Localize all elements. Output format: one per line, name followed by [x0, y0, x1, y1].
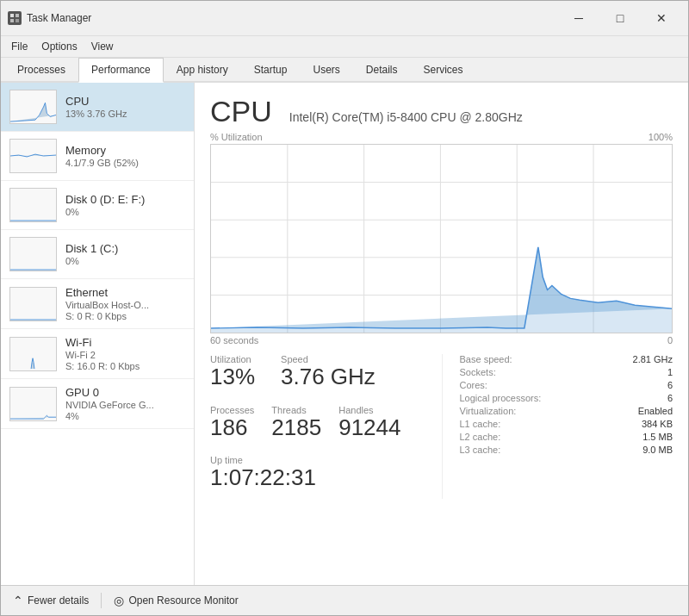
- stats-right: Base speed: 2.81 GHz Sockets: 1 Cores: 6: [442, 354, 673, 499]
- tab-users[interactable]: Users: [300, 58, 352, 83]
- svg-rect-1: [16, 14, 19, 17]
- svg-rect-7: [10, 238, 56, 271]
- bottom-separator: [101, 593, 102, 608]
- maximize-button[interactable]: □: [600, 6, 640, 30]
- menu-options[interactable]: Options: [34, 38, 84, 55]
- open-monitor-label: Open Resource Monitor: [128, 594, 238, 607]
- l2-key: L2 cache:: [460, 432, 572, 442]
- menu-bar: File Options View: [1, 36, 688, 58]
- disk0-info: Disk 0 (D: E: F:) 0%: [65, 193, 185, 217]
- close-button[interactable]: ✕: [642, 6, 681, 30]
- open-monitor-button[interactable]: ◎ Open Resource Monitor: [114, 594, 238, 607]
- title-bar: Task Manager ─ □ ✕: [1, 1, 688, 36]
- sidebar-item-cpu[interactable]: CPU 13% 3.76 GHz: [1, 83, 194, 132]
- ethernet-name: Ethernet: [65, 286, 185, 299]
- processes-value: 186: [210, 415, 254, 440]
- uptime-value: 1:07:22:31: [210, 465, 425, 490]
- title-bar-left: Task Manager: [8, 11, 91, 25]
- cpu-sub: 13% 3.76 GHz: [65, 109, 185, 119]
- sidebar-item-gpu0[interactable]: GPU 0 NVIDIA GeForce G... 4%: [1, 379, 194, 429]
- svg-rect-8: [10, 288, 56, 320]
- l1-key: L1 cache:: [460, 419, 572, 429]
- sidebar-item-memory[interactable]: Memory 4.1/7.9 GB (52%): [1, 132, 194, 181]
- processes-block: Processes 186: [210, 405, 254, 440]
- handles-label: Handles: [338, 405, 400, 415]
- l1-row: L1 cache: 384 KB: [460, 419, 673, 429]
- cores-row: Cores: 6: [460, 380, 673, 390]
- disk0-sub: 0%: [65, 207, 185, 217]
- disk0-thumb: [9, 188, 57, 222]
- threads-label: Threads: [271, 405, 321, 415]
- tab-startup[interactable]: Startup: [241, 58, 301, 83]
- gpu0-info: GPU 0 NVIDIA GeForce G... 4%: [65, 386, 185, 421]
- svg-rect-3: [16, 19, 19, 22]
- l1-val: 384 KB: [642, 419, 673, 429]
- sidebar: CPU 13% 3.76 GHz Memory 4.1/7.9 GB (52%): [1, 83, 195, 585]
- menu-file[interactable]: File: [4, 38, 34, 55]
- tab-services[interactable]: Services: [411, 58, 476, 83]
- minimize-button[interactable]: ─: [559, 6, 599, 30]
- gpu0-sub2: 4%: [65, 411, 185, 421]
- tab-app-history[interactable]: App history: [164, 58, 241, 83]
- chart-label-row: % Utilization 100%: [210, 132, 673, 142]
- cpu-model: Intel(R) Core(TM) i5-8400 CPU @ 2.80GHz: [289, 110, 523, 124]
- wifi-info: Wi-Fi Wi-Fi 2 S: 16.0 R: 0 Kbps: [65, 336, 185, 371]
- base-speed-row: Base speed: 2.81 GHz: [460, 354, 673, 364]
- fewer-details-button[interactable]: ⌃ Fewer details: [13, 594, 89, 607]
- disk0-name: Disk 0 (D: E: F:): [65, 193, 185, 206]
- threads-value: 2185: [271, 415, 321, 440]
- sidebar-item-disk0[interactable]: Disk 0 (D: E: F:) 0%: [1, 181, 194, 230]
- chart-y-max: 100%: [649, 132, 673, 142]
- window-controls: ─ □ ✕: [559, 6, 681, 30]
- gpu0-thumb: [9, 387, 57, 421]
- gpu0-sub1: NVIDIA GeForce G...: [65, 400, 185, 410]
- cpu-info: CPU 13% 3.76 GHz: [65, 95, 185, 119]
- wifi-thumb: [9, 337, 57, 371]
- cores-key: Cores:: [460, 380, 572, 390]
- gpu0-name: GPU 0: [65, 386, 185, 399]
- base-speed-val: 2.81 GHz: [633, 354, 673, 364]
- virt-row: Virtualization: Enabled: [460, 406, 673, 416]
- stats-grid: Utilization 13% Speed 3.76 GHz Processes…: [210, 354, 673, 499]
- cpu-header: CPU Intel(R) Core(TM) i5-8400 CPU @ 2.80…: [210, 95, 673, 128]
- fewer-details-label: Fewer details: [28, 594, 89, 607]
- processes-label: Processes: [210, 405, 254, 415]
- chart-x-end: 0: [667, 335, 673, 345]
- handles-block: Handles 91244: [338, 405, 400, 440]
- wifi-sub1: Wi-Fi 2: [65, 350, 185, 360]
- l3-row: L3 cache: 9.0 MB: [460, 445, 673, 455]
- wifi-name: Wi-Fi: [65, 336, 185, 349]
- sidebar-item-ethernet[interactable]: Ethernet VirtualBox Host-O... S: 0 R: 0 …: [1, 279, 194, 329]
- memory-info: Memory 4.1/7.9 GB (52%): [65, 144, 185, 168]
- window-title: Task Manager: [27, 12, 91, 24]
- disk1-thumb: [9, 237, 57, 271]
- virt-val: Enabled: [638, 406, 673, 416]
- main-panel: CPU Intel(R) Core(TM) i5-8400 CPU @ 2.80…: [195, 83, 688, 585]
- tab-details[interactable]: Details: [353, 58, 411, 83]
- logical-key: Logical processors:: [460, 393, 572, 403]
- speed-value: 3.76 GHz: [281, 364, 376, 389]
- chart-area: % Utilization 100%: [210, 132, 673, 345]
- cpu-panel-title: CPU: [210, 95, 272, 128]
- tab-processes[interactable]: Processes: [4, 58, 78, 83]
- task-manager-window: Task Manager ─ □ ✕ File Options View Pro…: [0, 0, 689, 616]
- svg-rect-10: [10, 388, 56, 420]
- disk1-info: Disk 1 (C:) 0%: [65, 242, 185, 266]
- sockets-key: Sockets:: [460, 367, 572, 377]
- sidebar-item-wifi[interactable]: Wi-Fi Wi-Fi 2 S: 16.0 R: 0 Kbps: [1, 329, 194, 379]
- menu-view[interactable]: View: [84, 38, 121, 55]
- chevron-up-icon: ⌃: [13, 594, 23, 607]
- sidebar-item-disk1[interactable]: Disk 1 (C:) 0%: [1, 230, 194, 279]
- logical-row: Logical processors: 6: [460, 393, 673, 403]
- utilization-block: Utilization 13%: [210, 354, 255, 389]
- tab-performance[interactable]: Performance: [78, 58, 164, 83]
- base-speed-key: Base speed:: [460, 354, 572, 364]
- ethernet-sub2: S: 0 R: 0 Kbps: [65, 311, 185, 321]
- speed-block: Speed 3.76 GHz: [281, 354, 376, 389]
- l2-val: 1.5 MB: [642, 432, 673, 442]
- wifi-sub2: S: 16.0 R: 0 Kbps: [65, 361, 185, 371]
- chart-time-row: 60 seconds 0: [210, 335, 673, 345]
- info-table: Base speed: 2.81 GHz Sockets: 1 Cores: 6: [460, 354, 673, 455]
- handles-value: 91244: [338, 415, 400, 440]
- cpu-name: CPU: [65, 95, 185, 108]
